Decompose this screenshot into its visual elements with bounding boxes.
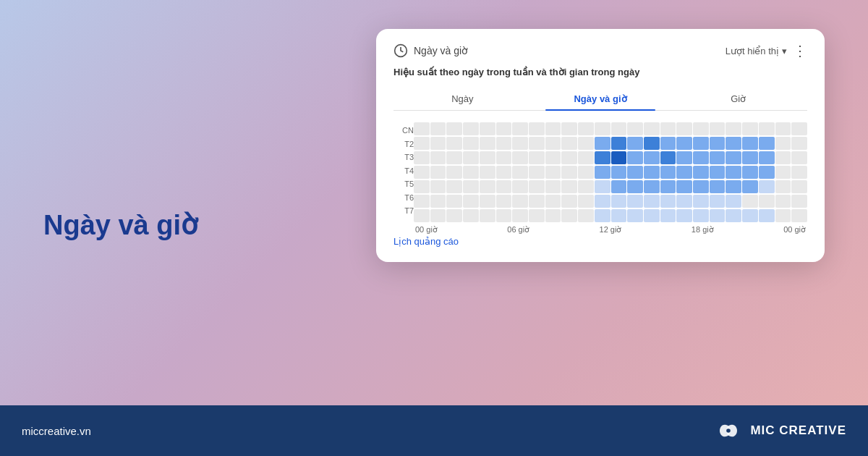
y-label: T6 [393,191,414,204]
heatmap-cell [512,151,528,164]
heatmap-cell [496,122,512,135]
heatmap-cell [644,151,660,164]
heatmap-cell [595,151,610,164]
tab-gio[interactable]: Giờ [669,88,807,110]
heatmap-cell [561,151,577,164]
heatmap-cell [676,180,692,193]
heatmap-cell [430,151,446,164]
heatmap-cell [611,166,627,179]
heatmap-cell [676,122,692,135]
heatmap-cell [644,209,660,222]
y-label: CN [393,124,414,137]
heatmap-cell [742,122,758,135]
tab-ngay-va-gio[interactable]: Ngày và giờ [532,88,670,110]
heatmap-cell [578,209,594,222]
heatmap-cell [595,166,610,179]
heatmap-cell [627,166,643,179]
heatmap-cell [446,151,462,164]
heatmap-cell [414,151,430,164]
heatmap-cell [545,151,561,164]
heatmap-cell [512,195,528,208]
heatmap-cell [463,195,479,208]
heatmap-cell [480,166,495,179]
heatmap-cell [627,151,643,164]
heatmap-cell [775,122,791,135]
y-label: T2 [393,138,414,151]
heatmap-cell [759,209,775,222]
tab-ngay[interactable]: Ngày [393,88,532,110]
card-subtitle: Hiệu suất theo ngày trong tuần và thời g… [393,67,807,77]
heatmap-cell [791,122,807,135]
heatmap-cell [595,209,610,222]
heatmap-row [414,180,807,193]
heatmap-row [414,151,807,164]
heatmap-cell [693,195,709,208]
clock-icon [393,43,408,58]
heatmap-cell [644,195,660,208]
heatmap-cell [759,166,775,179]
heatmap-cell [742,137,758,150]
heatmap-cell [496,209,512,222]
heatmap-cell [496,180,512,193]
heatmap-cell [660,151,676,164]
heatmap-cell [660,122,676,135]
heatmap-cell [595,195,610,208]
heatmap-cell [742,166,758,179]
heatmap-grid [414,122,807,222]
heatmap-cell [512,137,528,150]
heatmap-cell [545,195,561,208]
heatmap-cell [710,209,726,222]
heatmap-cell [529,195,545,208]
tab-bar: Ngày Ngày và giờ Giờ [393,88,807,111]
heatmap-cell [693,137,709,150]
heatmap-cell [791,166,807,179]
heatmap-cell [545,180,561,193]
heatmap-cell [759,137,775,150]
heatmap-cell [480,137,495,150]
heatmap-cell [561,209,577,222]
site-url: miccreative.vn [22,425,91,437]
heatmap-cell [463,151,479,164]
heatmap-cell [545,166,561,179]
heatmap-cell [529,180,545,193]
heatmap-cell [480,209,495,222]
brand-name: MIC CREATIVE [750,423,846,438]
heatmap-row [414,166,807,179]
heatmap-cell [446,137,462,150]
more-options-button[interactable]: ⋮ [793,43,807,58]
heatmap-cell [578,166,594,179]
heatmap-cell [627,180,643,193]
heatmap-cell [611,195,627,208]
heatmap-cell [480,195,495,208]
heatmap-cell [710,180,726,193]
heatmap-row [414,122,807,135]
heatmap-cell [775,166,791,179]
heatmap-container: CNT2T3T4T5T6T7 00 giờ06 giờ12 giờ18 giờ0… [393,122,807,235]
heatmap-cell [578,151,594,164]
heatmap-cell [644,122,660,135]
heatmap-cell [414,209,430,222]
analytics-card: Ngày và giờ Lượt hiển thị ▾ ⋮ Hiệu suất … [376,29,825,262]
dropdown-button[interactable]: Lượt hiển thị ▾ [726,46,787,56]
x-label: 18 giờ [692,225,714,235]
heatmap-cell [791,137,807,150]
card-header-left: Ngày và giờ [393,43,468,58]
heatmap-cell [463,137,479,150]
heatmap-cell [710,122,726,135]
heatmap-cell [446,166,462,179]
heatmap-cell [463,166,479,179]
heatmap-cell [676,195,692,208]
heatmap-cell [644,166,660,179]
heatmap-cell [693,151,709,164]
heatmap-cell [561,180,577,193]
heatmap-cell [446,209,462,222]
heatmap-cell [660,137,676,150]
heatmap-cell [463,122,479,135]
heatmap-cell [545,122,561,135]
ad-schedule-link[interactable]: Lịch quảng cáo [393,236,459,247]
heatmap-cell [775,209,791,222]
heatmap-row [414,195,807,208]
heatmap-cell [430,137,446,150]
heatmap-cell [726,137,741,150]
heatmap-cell [529,166,545,179]
